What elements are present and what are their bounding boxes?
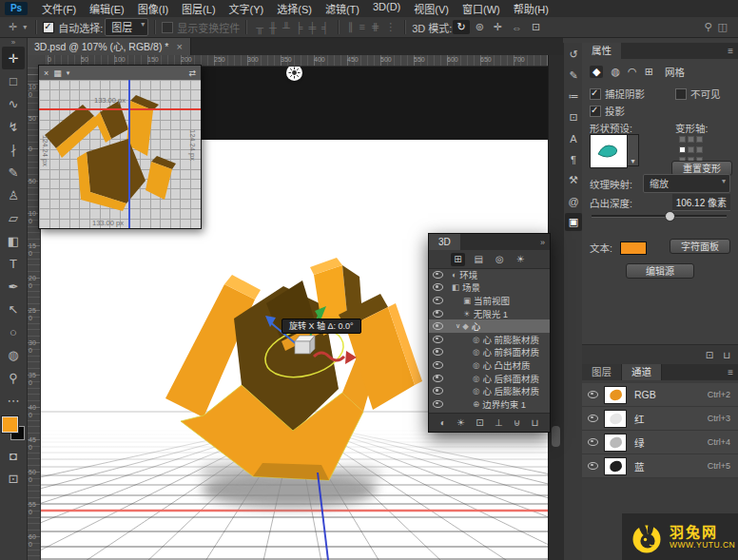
character-panel-button[interactable]: 字符面板 [670,239,730,254]
dock-panel-icon[interactable]: ✎ [565,67,582,85]
filter-button[interactable]: ☀ [514,253,528,266]
extrusion-depth-value[interactable]: 106.12 像素 [672,194,730,211]
tool-button[interactable]: ✛ [2,47,25,69]
menu-item[interactable]: 图像(I) [131,0,175,18]
dock-panel-icon[interactable]: ⚒ [565,171,582,189]
tool-button[interactable]: ↖ [2,298,25,320]
3d-tree-row[interactable]: ▣ 当前视图 [429,294,550,307]
footer-icon[interactable]: ⊡ [476,417,483,428]
cast-shadow-checkbox[interactable] [590,106,601,117]
dock-panel-icon[interactable]: ↺ [565,46,582,64]
document-tab[interactable]: 3D.psd @ 107% (心, RGB/8) *× [27,38,191,55]
menu-item[interactable]: 选择(S) [270,0,319,18]
visibility-eye-icon[interactable] [588,415,598,422]
align-button[interactable]: ╥ [253,21,266,34]
3d-tree-row[interactable]: ◎ 心 前斜面材质 [429,346,550,359]
tool-preset-caret-icon[interactable]: ▾ [20,22,29,32]
3d-tree-row[interactable]: ◐ 环境 [429,268,550,281]
text-color-swatch[interactable] [620,241,647,255]
3d-mode-button[interactable]: ⊚ [472,20,488,34]
visibility-eye-icon[interactable] [433,297,443,304]
3d-tree-row[interactable]: ◎ 心 后膨胀材质 [429,384,550,397]
dock-panel-icon[interactable]: ▣ [565,213,582,231]
footer-icon[interactable]: ⊡ [706,350,713,360]
footer-icon[interactable]: ⊥ [495,417,503,428]
chevron-down-icon[interactable]: ▾ [67,69,70,77]
edit-source-button[interactable]: 编辑源 [626,263,694,279]
menu-item[interactable]: 窗口(W) [456,0,507,18]
align-button[interactable]: ╫ [266,21,280,34]
channel-row[interactable]: 绿 Ctrl+4 [582,431,738,454]
visibility-eye-icon[interactable] [433,361,443,369]
dock-panel-icon[interactable]: ⊡ [565,108,582,126]
align-button[interactable]: ╞ [293,21,306,34]
tool-button[interactable]: ♙ [2,183,25,206]
deform-axis-grid[interactable] [679,136,701,164]
invisible-checkbox[interactable] [675,88,687,100]
visibility-eye-icon[interactable] [433,336,443,343]
section-icon[interactable]: ◠ [628,66,637,78]
3d-tree-row[interactable]: ◧ 场景 [429,281,550,295]
texture-mapping-dropdown[interactable]: 缩放 [643,174,730,193]
catch-shadow-checkbox[interactable] [590,88,601,100]
menu-item[interactable]: 文字(Y) [223,0,271,18]
3d-tree-row[interactable]: ☀ 无限光 1 [429,307,550,320]
3d-mode-button[interactable]: ✛ [490,20,506,34]
view-select-icon[interactable]: ▦ [53,68,62,78]
3d-panel-tab[interactable]: 3D [429,234,460,250]
visibility-eye-icon[interactable] [433,400,443,408]
collapse-panel-icon[interactable]: » [540,238,550,247]
section-icon[interactable]: ⊞ [645,66,653,78]
screen-mode-button[interactable]: ⊡ [2,467,25,490]
dock-panel-icon[interactable]: @ [565,192,582,210]
properties-tab[interactable]: 属性 [582,43,621,59]
distribute-button[interactable]: ⋮ [382,20,398,33]
scrollbar-thumb[interactable] [552,426,560,447]
3d-mode-button[interactable]: ⇔ [508,21,526,34]
footer-icon[interactable]: ☀ [456,417,465,428]
section-icon[interactable]: ◆ [590,66,603,78]
visibility-eye-icon[interactable] [433,283,443,291]
align-button[interactable]: ╡ [319,21,332,34]
auto-select-checkbox[interactable] [43,22,54,33]
toolbar-collapse-icon[interactable]: » [0,38,27,47]
visibility-eye-icon[interactable] [433,322,443,330]
distribute-button[interactable]: ≡ [357,20,368,33]
tool-button[interactable]: □ [2,69,25,92]
auto-select-dropdown[interactable]: 图层 [105,18,148,36]
workspace-icon[interactable]: ◫ [715,20,730,34]
dock-panel-icon[interactable]: ¶ [565,150,582,168]
channel-row[interactable]: 红 Ctrl+3 [582,407,738,431]
menu-item[interactable]: 帮助(H) [507,0,555,18]
swap-view-icon[interactable]: ⇄ [188,68,196,78]
slider-thumb[interactable] [665,211,675,222]
search-icon[interactable]: ⚲ [702,20,715,34]
visibility-eye-icon[interactable] [433,310,443,318]
channels-tab[interactable]: 通道 [622,364,662,380]
tool-button[interactable]: ○ [2,320,25,343]
visibility-eye-icon[interactable] [433,271,443,279]
visibility-eye-icon[interactable] [588,391,598,398]
menu-item[interactable]: 滤镜(T) [319,0,366,18]
menu-item[interactable]: 图层(L) [175,0,222,18]
distribute-button[interactable]: ∥ [345,20,357,33]
3d-mode-button[interactable]: ⊡ [528,20,544,34]
dock-panel-icon[interactable]: A [565,129,582,147]
shape-preset-dropdown[interactable]: ▾ [627,134,639,166]
panel-menu-icon[interactable]: ≡ [723,364,738,380]
current-tool-icon[interactable]: ✛ [6,20,20,34]
panel-menu-icon[interactable]: ≡ [723,43,738,59]
quick-mask-button[interactable]: ◘ [2,444,25,467]
tool-button[interactable]: ⚲ [2,366,25,389]
tool-button[interactable]: ⋯ [2,389,25,412]
menu-item[interactable]: 编辑(E) [83,0,131,18]
secondary-view-panel[interactable]: × ▦ ▾ ⇄ 133.00 px 124.24 px 124.24 px 13… [38,65,202,229]
shape-preset-thumbnail[interactable] [590,134,628,168]
visibility-eye-icon[interactable] [433,348,443,356]
layers-tab[interactable]: 图层 [582,364,622,380]
tool-button[interactable]: ◍ [2,343,25,366]
light-widget[interactable] [286,65,302,81]
align-button[interactable]: ╨ [280,21,293,34]
tool-button[interactable]: T [2,252,25,275]
filter-button[interactable]: ◎ [493,253,507,266]
